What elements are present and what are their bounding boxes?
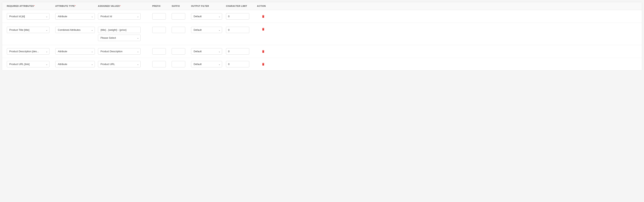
suffix-input-1[interactable]: [172, 13, 185, 19]
prefix-cell-4: [151, 61, 170, 67]
trash-icon: [262, 15, 265, 18]
required-attr-select-wrapper-4[interactable]: Product URL [link] ⌄: [7, 61, 50, 67]
header-output-filter: OUTPUT FILTER: [190, 2, 224, 10]
assigned-value-select-wrapper-1[interactable]: Product Id ⌄: [98, 13, 141, 19]
char-limit-input-2[interactable]: [226, 27, 249, 33]
output-filter-select-wrapper-1[interactable]: Default ⌄: [191, 13, 222, 19]
required-attr-cell-1: Product Id [id] ⌄: [5, 13, 54, 19]
output-filter-select-1[interactable]: Default: [191, 13, 222, 19]
required-attr-select-2[interactable]: Product Title [title]: [7, 27, 49, 33]
header-suffix: SUFFIX: [170, 2, 190, 10]
suffix-cell-4: [170, 61, 190, 67]
output-filter-cell-4: Default ⌄: [190, 61, 224, 67]
prefix-input-4[interactable]: [152, 61, 166, 67]
table-row: Product URL [link] ⌄ Attribute Combined …: [2, 58, 642, 70]
trash-icon: [262, 27, 265, 31]
attribute-type-cell-1: Attribute Combined Attributes ⌄: [54, 13, 96, 19]
output-filter-select-2[interactable]: Default: [191, 27, 222, 33]
prefix-cell-3: [151, 48, 170, 55]
attribute-type-select-4[interactable]: Attribute Combined Attributes: [56, 61, 95, 67]
attribute-type-select-wrapper-2[interactable]: Attribute Combined Attributes ⌄: [55, 27, 95, 33]
required-attr-select-wrapper-1[interactable]: Product Id [id] ⌄: [7, 13, 50, 19]
delete-button-3[interactable]: [261, 49, 266, 54]
suffix-input-2[interactable]: [172, 27, 185, 33]
please-select-2[interactable]: Please Select: [98, 35, 140, 41]
delete-button-2[interactable]: [261, 27, 266, 32]
delete-button-4[interactable]: [261, 62, 266, 67]
table-row: Product Title [title] ⌄ Attribute Combin…: [2, 23, 642, 45]
header-prefix: PREFIX: [151, 2, 170, 10]
header-char-limit: CHARACTER LIMIT: [224, 2, 256, 10]
assigned-value-cell-1: Product Id ⌄: [96, 13, 151, 19]
trash-icon: [262, 50, 265, 53]
header-attribute-type: ATTRIBUTE TYPE*: [54, 2, 96, 10]
assigned-value-select-1[interactable]: Product Id: [98, 13, 140, 19]
char-limit-cell-4: [224, 61, 256, 67]
suffix-cell-3: [170, 48, 190, 55]
attribute-type-cell-2: Attribute Combined Attributes ⌄: [54, 27, 96, 33]
attribute-type-cell-3: Attribute Combined Attributes ⌄: [54, 48, 96, 55]
assigned-value-select-wrapper-4[interactable]: Product URL ⌄: [98, 61, 141, 67]
attribute-type-select-wrapper-1[interactable]: Attribute Combined Attributes ⌄: [55, 13, 95, 19]
required-attr-select-wrapper-2[interactable]: Product Title [title] ⌄: [7, 27, 50, 33]
attribute-type-select-2[interactable]: Attribute Combined Attributes: [56, 27, 95, 33]
prefix-input-2[interactable]: [152, 27, 166, 33]
output-filter-select-wrapper-3[interactable]: Default ⌄: [191, 48, 222, 55]
attribute-type-select-1[interactable]: Attribute Combined Attributes: [56, 13, 95, 19]
suffix-input-3[interactable]: [172, 48, 185, 55]
required-attr-select-4[interactable]: Product URL [link]: [7, 61, 49, 67]
table-row: Product Id [id] ⌄ Attribute Combined Att…: [2, 10, 642, 23]
required-attr-select-3[interactable]: Product Description [des...: [7, 48, 49, 54]
action-cell-1: [256, 14, 271, 19]
table-header: REQUIRED ATTRIBUTES* ATTRIBUTE TYPE* ASS…: [2, 2, 642, 10]
assigned-value-cell-3: Product Description ⌄: [96, 48, 151, 55]
header-required-attributes: REQUIRED ATTRIBUTES*: [5, 2, 54, 10]
header-action: ACTION: [256, 2, 271, 10]
suffix-input-4[interactable]: [172, 61, 185, 67]
required-attr-cell-4: Product URL [link] ⌄: [5, 61, 54, 67]
table-row: Product Description [des... ⌄ Attribute …: [2, 45, 642, 58]
trash-icon: [262, 63, 265, 66]
assigned-value-select-wrapper-3[interactable]: Product Description ⌄: [98, 48, 141, 55]
char-limit-cell-1: [224, 13, 256, 19]
attribute-type-cell-4: Attribute Combined Attributes ⌄: [54, 61, 96, 67]
output-filter-select-4[interactable]: Default: [191, 61, 222, 67]
output-filter-select-3[interactable]: Default: [191, 48, 222, 54]
char-limit-cell-3: [224, 48, 256, 55]
prefix-cell-2: [151, 27, 170, 33]
output-filter-cell-3: Default ⌄: [190, 48, 224, 55]
assigned-value-select-3[interactable]: Product Description: [98, 48, 140, 54]
attribute-type-select-3[interactable]: Attribute Combined Attributes: [56, 48, 95, 54]
output-filter-select-wrapper-4[interactable]: Default ⌄: [191, 61, 222, 67]
prefix-input-1[interactable]: [152, 13, 166, 19]
header-assigned-values: ASSIGNED VALUES*: [96, 2, 151, 10]
prefix-cell-1: [151, 13, 170, 19]
suffix-cell-1: [170, 13, 190, 19]
action-cell-3: [256, 49, 271, 54]
output-filter-cell-1: Default ⌄: [190, 13, 224, 19]
output-filter-cell-2: Default ⌄: [190, 27, 224, 33]
prefix-input-3[interactable]: [152, 48, 166, 55]
action-cell-4: [256, 62, 271, 67]
char-limit-input-1[interactable]: [226, 13, 249, 19]
attribute-type-select-wrapper-4[interactable]: Attribute Combined Attributes ⌄: [55, 61, 95, 67]
required-attr-cell-2: Product Title [title] ⌄: [5, 27, 54, 33]
assigned-value-select-4[interactable]: Product URL: [98, 61, 140, 67]
required-attr-select-wrapper-3[interactable]: Product Description [des... ⌄: [7, 48, 50, 55]
combined-text-display: {title} , {weight} - {price}: [98, 27, 141, 33]
required-attr-select-1[interactable]: Product Id [id]: [7, 13, 49, 19]
assigned-value-cell-2: {title} , {weight} - {price} Please Sele…: [96, 27, 151, 41]
attributes-table: REQUIRED ATTRIBUTES* ATTRIBUTE TYPE* ASS…: [2, 2, 642, 71]
char-limit-cell-2: [224, 27, 256, 33]
char-limit-input-4[interactable]: [226, 61, 249, 67]
char-limit-input-3[interactable]: [226, 48, 249, 55]
assigned-value-cell-4: Product URL ⌄: [96, 61, 151, 67]
action-cell-2: [256, 27, 271, 32]
attribute-type-select-wrapper-3[interactable]: Attribute Combined Attributes ⌄: [55, 48, 95, 55]
delete-button-1[interactable]: [261, 14, 266, 19]
output-filter-select-wrapper-2[interactable]: Default ⌄: [191, 27, 222, 33]
please-select-wrapper-2[interactable]: Please Select ⌄: [98, 35, 141, 41]
suffix-cell-2: [170, 27, 190, 33]
required-attr-cell-3: Product Description [des... ⌄: [5, 48, 54, 55]
